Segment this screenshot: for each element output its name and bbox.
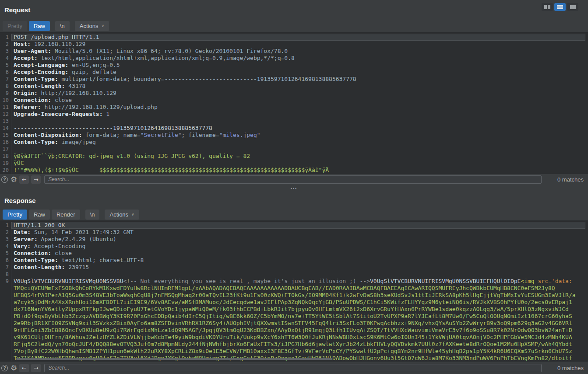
- line-number: [0, 320, 11, 327]
- code-line: 9V0UgSlVTVCBURVNUIFRISVMgU0NSSVBU<!-- No…: [0, 278, 588, 285]
- line-content: ÿØÿàJFIF``ÿþ;CREATOR: gd-jpeg v1.0 (usin…: [11, 153, 250, 160]
- code-line: 15Content-Disposition: form-data; name="…: [0, 132, 588, 139]
- response-match-count: 0 matches: [542, 365, 584, 371]
- right-arrow-icon: →: [34, 365, 39, 371]
- right-arrow-icon: →: [34, 176, 39, 183]
- chevron-down-icon: ∨: [101, 24, 104, 28]
- request-panel: Request PrettyRaw\nActions∨ 1POST /uploa…: [0, 0, 588, 185]
- line-number: [0, 348, 11, 355]
- layout-single-button[interactable]: [567, 3, 578, 11]
- line-number: 7: [0, 76, 11, 83]
- response-tab-pretty[interactable]: Pretty: [3, 210, 27, 220]
- code-line: 20!'"#%%%),($+!$%$ÿÛC $$$$$$$$$$$$$$$$$$…: [0, 167, 588, 174]
- tab-label: \n: [90, 211, 95, 218]
- code-line: 7Content-Length: 239715: [0, 264, 588, 271]
- line-content: [11, 271, 14, 278]
- line-number: 5: [0, 250, 11, 257]
- code-line: 14-----------------------------191359710…: [0, 125, 588, 132]
- code-line: 3User-Agent: Mozilla/5.0 (X11; Linux x86…: [0, 48, 588, 55]
- line-content: Content-Length: 43178: [11, 83, 85, 90]
- line-number: [0, 355, 11, 361]
- line-content: Content-Type: text/html; charset=UTF-8: [11, 257, 144, 264]
- line-content: User-Agent: Mozilla/5.0 (X11; Linux x86_…: [11, 48, 288, 55]
- layout-buttons: [542, 3, 578, 11]
- line-number: 4: [0, 243, 11, 250]
- request-search-bar: ? ⚙ ← → 0 matches: [0, 174, 588, 185]
- response-search-input[interactable]: [44, 364, 542, 372]
- line-number: 18: [0, 153, 11, 160]
- line-number: [0, 327, 11, 334]
- columns-layout-icon: [544, 5, 550, 9]
- line-content: ÿÛC: [11, 160, 24, 167]
- line-number: 15: [0, 132, 11, 139]
- tab-label: \n: [60, 23, 65, 29]
- response-tab-actions[interactable]: Actions∨: [105, 210, 139, 220]
- line-number: 6: [0, 257, 11, 264]
- line-content: a7cyk5jOdMrA4XxXRnhHoi16mXFBDTL7iiEI9E9/…: [11, 299, 572, 306]
- gear-icon[interactable]: ⚙: [11, 364, 17, 372]
- help-icon[interactable]: ?: [1, 365, 8, 371]
- code-line: 8: [0, 271, 588, 278]
- line-number: 10: [0, 97, 11, 104]
- line-content: Accept-Encoding: gzip, deflate: [11, 69, 116, 76]
- line-content: Connection: close: [11, 250, 72, 257]
- request-tab-raw[interactable]: Raw: [29, 21, 50, 31]
- next-match-button[interactable]: →: [31, 175, 41, 184]
- prev-match-button[interactable]: ←: [19, 364, 29, 372]
- splitter-handle-icon[interactable]: •••: [291, 186, 297, 191]
- gear-icon[interactable]: ⚙: [11, 176, 17, 183]
- line-content: Accept-Language: en-US,en;q=0.5: [11, 62, 120, 69]
- response-tabs: PrettyRawRender\nActions∨: [0, 208, 588, 220]
- prev-match-button[interactable]: ←: [19, 175, 29, 184]
- line-number: 17: [0, 146, 11, 153]
- line-content: Content-Type: image/jpeg: [11, 139, 96, 146]
- line-number: 4: [0, 55, 11, 62]
- code-line: 13: [0, 118, 588, 125]
- help-icon[interactable]: ?: [1, 176, 8, 183]
- response-tab-raw[interactable]: Raw: [29, 210, 50, 220]
- code-line: 2Host: 192.168.110.129: [0, 41, 588, 48]
- line-number: [0, 292, 11, 299]
- request-editor[interactable]: 1POST /upload.php HTTP/1.12Host: 192.168…: [0, 32, 588, 174]
- response-editor[interactable]: 1HTTP/1.1 200 OK2Date: Sun, 14 Feb 2021 …: [0, 220, 588, 361]
- code-line: 19ÿÛC: [0, 160, 588, 167]
- request-search-input[interactable]: [44, 175, 542, 184]
- code-line: 11Referer: http://192.168.110.129/upload…: [0, 104, 588, 111]
- request-tabs: PrettyRaw\nActions∨: [0, 19, 588, 32]
- code-line: 18ÿØÿàJFIF``ÿþ;CREATOR: gd-jpeg v1.0 (us…: [0, 153, 588, 160]
- line-content: 2e9RbjBR1XFIO9ZSVNg9xil3SVzkxZBix0AyFo6a…: [11, 320, 572, 327]
- layout-columns-button[interactable]: [542, 3, 553, 11]
- request-tab-n[interactable]: \n: [55, 21, 70, 31]
- tab-label: Raw: [34, 23, 45, 29]
- panel-splitter[interactable]: •••: [0, 185, 588, 192]
- layout-rows-button[interactable]: [554, 3, 566, 11]
- response-tab-n[interactable]: \n: [85, 210, 100, 220]
- code-line: 16Content-Type: image/jpeg: [0, 139, 588, 146]
- line-number: [0, 285, 11, 292]
- line-content: dx716NanYV6atlyZUppxRTFkpIJweQDioFyuU7Te…: [11, 306, 569, 313]
- line-number: 8: [0, 271, 11, 278]
- code-line: 7Content-Type: multipart/form-data; boun…: [0, 76, 588, 83]
- line-content: -----------------------------19135971012…: [11, 125, 212, 132]
- line-number: 9: [0, 90, 11, 97]
- code-line: 1POST /upload.php HTTP/1.1: [0, 34, 588, 41]
- horizontal-scrollbar-thumb[interactable]: [16, 358, 332, 360]
- line-number: 3: [0, 48, 11, 55]
- request-tab-actions[interactable]: Actions∨: [75, 21, 109, 31]
- line-number: [0, 299, 11, 306]
- line-number: 2: [0, 229, 11, 236]
- line-number: 3: [0, 236, 11, 243]
- line-content: 7VojBy8fC22W0HbQhwmISMB1ZPYH1pun6ekWlh22…: [11, 348, 572, 355]
- code-line: UFBQS4rPAIPerA1Q5Gu0m3S48VEJbToaWsghCgU8…: [0, 292, 588, 299]
- line-number: 19: [0, 160, 11, 167]
- next-match-button[interactable]: →: [31, 364, 41, 372]
- code-line: 2e9RbjBR1XFIO9ZSVNg9xil3SVzkxZBix0AyFo6a…: [0, 320, 588, 327]
- response-tab-render[interactable]: Render: [52, 210, 80, 220]
- line-number: 16: [0, 139, 11, 146]
- code-line: 10Connection: close: [0, 97, 588, 104]
- line-number: 1: [0, 222, 11, 229]
- rows-layout-icon: [557, 5, 563, 9]
- request-tab-pretty[interactable]: Pretty: [3, 21, 27, 31]
- line-content: UFBQS4rPAIPerA1Q5Gu0m3S48VEJbToaWsghCgU8…: [11, 292, 576, 299]
- line-content: PD+dOf9qsByVbLhb3ZczqzAVBBWgY3KI9R70PxGh…: [11, 313, 572, 320]
